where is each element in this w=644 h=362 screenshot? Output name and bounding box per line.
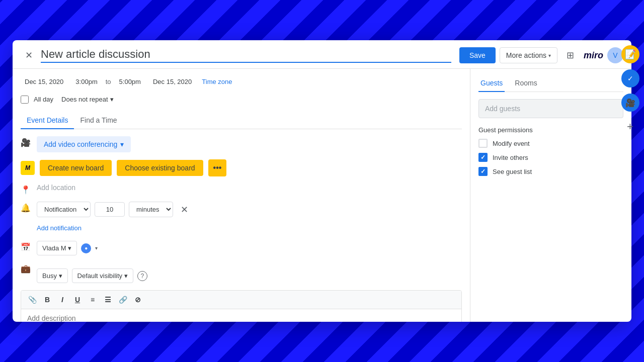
end-date-button[interactable]: Dec 15, 2020	[149, 75, 196, 88]
to-label: to	[106, 78, 111, 85]
timezone-button[interactable]: Time zone	[200, 76, 234, 87]
plus-icon[interactable]: +	[621, 118, 639, 136]
datetime-row: Dec 15, 2020 3:00pm to 5:00pm Dec 15, 20…	[21, 75, 462, 88]
end-time-button[interactable]: 5:00pm	[115, 75, 145, 88]
permission-see-guest-list: ✓ See guest list	[478, 167, 623, 176]
visibility-button[interactable]: Default visibility ▾	[72, 268, 133, 283]
visibility-label: Default visibility	[77, 272, 123, 280]
attach-button[interactable]: 📎	[25, 293, 39, 307]
tab-rooms[interactable]: Rooms	[513, 75, 539, 92]
unordered-list-icon: ☰	[105, 296, 111, 304]
video-icon[interactable]: 🎥	[621, 94, 639, 112]
modify-event-label: Modify event	[493, 140, 530, 147]
underline-icon: U	[75, 296, 80, 304]
link-button[interactable]: 🔗	[116, 293, 130, 307]
create-new-board-button[interactable]: Create new board	[40, 160, 112, 176]
invite-others-checkbox[interactable]: ✓	[478, 153, 488, 162]
allday-row: All day Does not repeat ▾	[21, 94, 462, 105]
event-tabs: Event Details Find a Time	[21, 112, 462, 129]
permission-modify-event: Modify event	[478, 139, 623, 148]
ordered-list-button[interactable]: ≡	[86, 293, 100, 307]
remove-format-icon: ⊘	[135, 296, 141, 304]
notification-row: Notification minutes ✕	[37, 202, 191, 217]
remove-format-button[interactable]: ⊘	[131, 293, 145, 307]
add-guests-input[interactable]	[478, 99, 623, 118]
notification-value-input[interactable]	[95, 202, 125, 217]
event-modal: ✕ Save More actions ▾ ⊞ miro V Dec 15, 2…	[13, 40, 631, 322]
help-icon[interactable]: ?	[137, 271, 147, 281]
left-panel: Dec 15, 2020 3:00pm to 5:00pm Dec 15, 20…	[13, 69, 470, 322]
close-icon: ✕	[25, 50, 33, 61]
tab-event-details[interactable]: Event Details	[21, 112, 74, 129]
calendar-owner-row: 📅 Vlada M ▾ ● ▾	[21, 241, 462, 255]
color-picker-button[interactable]: ●	[81, 243, 91, 253]
busy-label: Busy	[42, 272, 57, 280]
calendar-controls: Vlada M ▾ ● ▾	[37, 241, 98, 255]
note-icon[interactable]: 📝	[621, 45, 639, 63]
see-guest-list-checkbox[interactable]: ✓	[478, 167, 488, 176]
add-notification-button[interactable]: Add notification	[37, 222, 82, 234]
location-row: 📍	[21, 184, 462, 195]
attach-icon: 📎	[28, 296, 37, 304]
notification-unit-select[interactable]: minutes	[129, 202, 173, 217]
allday-label: All day	[34, 96, 53, 103]
miro-row: M Create new board Choose existing board…	[21, 159, 462, 176]
location-input[interactable]	[37, 184, 462, 192]
briefcase-icon: 💼	[21, 263, 31, 274]
underline-button[interactable]: U	[70, 293, 85, 307]
modify-event-checkbox[interactable]	[478, 139, 488, 148]
link-icon: 🔗	[119, 296, 127, 304]
check-icon[interactable]: ✓	[621, 69, 639, 87]
bold-icon: B	[45, 296, 50, 304]
calendar-owner-button[interactable]: Vlada M ▾	[37, 241, 77, 255]
description-section: 📎 B I U ≡ ☰	[21, 290, 462, 322]
right-sidebar: 📝 ✓ 🎥 +	[616, 40, 644, 322]
more-actions-button[interactable]: More actions ▾	[500, 47, 557, 63]
tab-find-a-time[interactable]: Find a Time	[74, 112, 123, 129]
bold-button[interactable]: B	[40, 293, 54, 307]
add-video-conferencing-button[interactable]: Add video conferencing ▾	[37, 136, 131, 152]
guest-permissions-title: Guest permissions	[478, 126, 623, 134]
repeat-button[interactable]: Does not repeat ▾	[58, 94, 117, 105]
video-conf-row: 🎥 Add video conferencing ▾	[21, 136, 462, 152]
notification-type-select[interactable]: Notification	[37, 202, 91, 217]
video-conf-arrow: ▾	[120, 140, 124, 148]
notification-controls: Notification minutes ✕ Add notification	[37, 202, 191, 234]
permission-invite-others: ✓ Invite others	[478, 153, 623, 162]
status-row: 💼 Busy ▾ Default visibility ▾ ?	[21, 262, 462, 283]
status-controls: Busy ▾ Default visibility ▾ ?	[37, 268, 147, 283]
start-date-button[interactable]: Dec 15, 2020	[21, 75, 67, 88]
google-apps-button[interactable]: ⊞	[561, 46, 580, 64]
checkmark-icon: ✓	[480, 168, 486, 175]
event-title-input[interactable]	[41, 48, 451, 63]
choose-existing-board-button[interactable]: Choose existing board	[117, 160, 203, 176]
allday-checkbox[interactable]	[21, 96, 29, 104]
save-button[interactable]: Save	[459, 47, 496, 63]
more-actions-label: More actions	[506, 51, 546, 59]
notification-form-row: 🔔 Notification minutes ✕	[21, 202, 462, 234]
calendar-owner-label: Vlada M	[42, 244, 66, 252]
apps-grid-icon: ⊞	[567, 50, 574, 61]
close-button[interactable]: ✕	[21, 47, 37, 63]
remove-notification-button[interactable]: ✕	[177, 203, 191, 217]
repeat-label: Does not repeat	[61, 96, 108, 103]
repeat-arrow: ▾	[110, 96, 114, 103]
see-guest-list-label: See guest list	[493, 168, 532, 175]
italic-button[interactable]: I	[55, 293, 69, 307]
description-toolbar: 📎 B I U ≡ ☰	[21, 291, 461, 309]
modal-header: ✕ Save More actions ▾ ⊞ miro V	[13, 40, 631, 69]
invite-others-label: Invite others	[493, 154, 528, 161]
miro-logo-icon: M	[21, 161, 35, 175]
header-actions: Save More actions ▾ ⊞ miro V	[459, 46, 623, 64]
bell-icon: 🔔	[21, 203, 31, 213]
more-actions-arrow: ▾	[548, 53, 551, 58]
miro-more-button[interactable]: •••	[208, 159, 227, 176]
tab-guests[interactable]: Guests	[478, 75, 505, 92]
busy-status-button[interactable]: Busy ▾	[37, 268, 68, 283]
video-icon: 🎥	[21, 137, 31, 147]
panel-tabs: Guests Rooms	[478, 75, 623, 92]
calendar-owner-arrow: ▾	[68, 244, 71, 252]
description-textarea[interactable]	[21, 309, 461, 322]
start-time-button[interactable]: 3:00pm	[71, 75, 101, 88]
unordered-list-button[interactable]: ☰	[101, 293, 115, 307]
